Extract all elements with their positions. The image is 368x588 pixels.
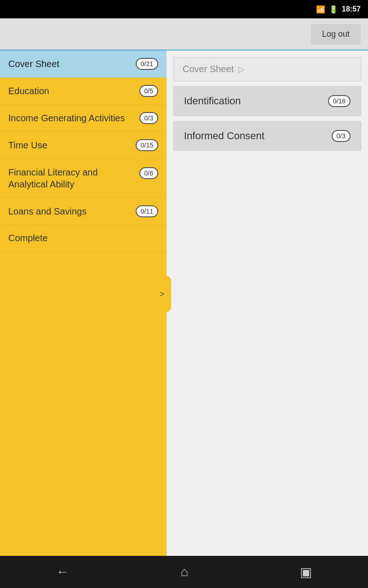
status-bar: 📶 🔋 18:57 (0, 0, 368, 18)
play-icon: ▷ (238, 64, 245, 74)
header: Log out (0, 18, 368, 51)
sidebar-item-label: Cover Sheet (8, 59, 59, 69)
right-panel: Cover Sheet ▷ Identification 0/18 Inform… (167, 51, 368, 556)
back-button[interactable]: ← (56, 565, 69, 579)
informed-consent-badge: 0/3 (332, 130, 351, 142)
sidebar-item-label: Financial Literacy and Analytical Abilit… (8, 166, 139, 190)
sidebar-badge-education: 0/5 (139, 85, 158, 97)
sidebar-item-label: Income Generating Activities (8, 113, 125, 124)
logout-button[interactable]: Log out (311, 24, 361, 45)
sidebar-item-label: Loans and Savings (8, 206, 86, 217)
status-time: 18:57 (342, 5, 361, 13)
informed-consent-button[interactable]: Informed Consent 0/3 (173, 121, 362, 151)
sidebar-item-complete[interactable]: Complete (0, 225, 167, 252)
nav-bar: ← ⌂ ▣ (0, 556, 368, 588)
sidebar-item-label: Complete (8, 233, 48, 243)
identification-button[interactable]: Identification 0/18 (173, 86, 362, 116)
identification-badge: 0/18 (328, 95, 351, 107)
cover-sheet-header-button[interactable]: Cover Sheet ▷ (173, 57, 362, 81)
sidebar-item-label: Time Use (8, 140, 47, 151)
informed-consent-label: Informed Consent (184, 130, 264, 142)
sidebar-badge-time-use: 0/15 (136, 139, 158, 151)
sidebar: Cover Sheet 0/21 Education 0/5 Income Ge… (0, 51, 167, 556)
sidebar-collapse-button[interactable]: > (153, 276, 171, 312)
home-button[interactable]: ⌂ (181, 565, 189, 579)
sidebar-item-loans-savings[interactable]: Loans and Savings 0/11 (0, 198, 167, 225)
cover-sheet-label: Cover Sheet (183, 64, 234, 74)
recent-apps-button[interactable]: ▣ (300, 565, 312, 580)
sidebar-badge-financial: 0/6 (139, 167, 158, 179)
chevron-right-icon: > (160, 289, 165, 299)
wifi-icon: 📶 (316, 5, 325, 14)
sidebar-item-label: Education (8, 86, 49, 96)
sidebar-item-financial-literacy[interactable]: Financial Literacy and Analytical Abilit… (0, 159, 167, 198)
sidebar-item-cover-sheet[interactable]: Cover Sheet 0/21 (0, 51, 167, 78)
sidebar-badge-loans: 0/11 (136, 205, 158, 217)
sidebar-item-education[interactable]: Education 0/5 (0, 78, 167, 105)
sidebar-item-income-generating[interactable]: Income Generating Activities 0/3 (0, 105, 167, 132)
battery-icon: 🔋 (329, 5, 338, 14)
identification-label: Identification (184, 95, 241, 107)
main-content: Cover Sheet 0/21 Education 0/5 Income Ge… (0, 51, 368, 556)
status-icons: 📶 🔋 18:57 (316, 5, 361, 14)
sidebar-badge-income: 0/3 (139, 112, 158, 124)
sidebar-badge-cover-sheet: 0/21 (136, 58, 158, 70)
sidebar-item-time-use[interactable]: Time Use 0/15 (0, 132, 167, 159)
